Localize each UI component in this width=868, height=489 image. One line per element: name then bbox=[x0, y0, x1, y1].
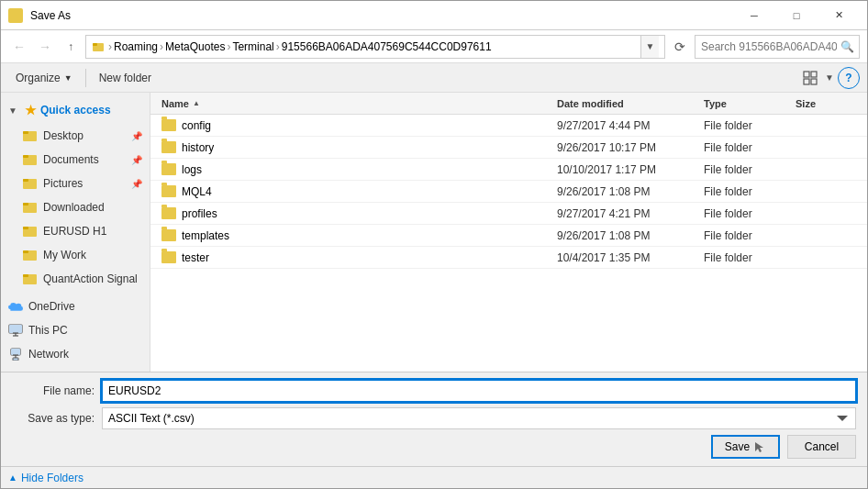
sidebar-item-downloaded[interactable]: Downloaded bbox=[1, 195, 150, 219]
table-row[interactable]: tester 10/4/2017 1:35 PM File folder bbox=[150, 247, 867, 269]
sidebar-item-quantaction[interactable]: QuantAction Signal bbox=[1, 267, 150, 291]
view-icon bbox=[803, 71, 818, 85]
minimize-button[interactable]: ─ bbox=[733, 1, 775, 30]
svg-marker-30 bbox=[755, 442, 763, 452]
pictures-pin-icon: 📌 bbox=[131, 179, 142, 189]
quantaction-label: QuantAction Signal bbox=[43, 272, 142, 285]
sidebar-item-desktop[interactable]: Desktop 📌 bbox=[1, 124, 150, 148]
sidebar-item-documents[interactable]: Documents 📌 bbox=[1, 148, 150, 172]
svg-rect-3 bbox=[811, 72, 817, 77]
pictures-label: Pictures bbox=[43, 177, 126, 190]
search-wrapper: 🔍 bbox=[695, 35, 860, 59]
save-button[interactable]: Save bbox=[711, 435, 780, 459]
forward-button[interactable]: → bbox=[34, 36, 56, 58]
hide-folders-bar[interactable]: ▲ Hide Folders bbox=[1, 466, 867, 488]
file-name-cell: logs bbox=[158, 163, 557, 176]
col-name-header[interactable]: Name ▲ bbox=[158, 98, 557, 109]
network-icon bbox=[8, 348, 23, 361]
save-as-dialog: Save As ─ □ ✕ ← → ↑ › Roaming › MetaQuot… bbox=[0, 0, 868, 489]
refresh-button[interactable]: ⟳ bbox=[669, 36, 691, 58]
desktop-pin-icon: 📌 bbox=[131, 131, 142, 141]
quick-access-header[interactable]: ▼ ★ Quick access bbox=[1, 96, 150, 124]
back-button[interactable]: ← bbox=[8, 36, 30, 58]
toolbar-separator bbox=[85, 69, 86, 87]
view-dropdown-arrow[interactable]: ▼ bbox=[825, 72, 834, 83]
file-type-cell: File folder bbox=[704, 207, 796, 220]
organize-button[interactable]: Organize ▼ bbox=[8, 67, 80, 89]
search-input[interactable] bbox=[695, 35, 860, 59]
file-date-cell: 9/26/2017 1:08 PM bbox=[557, 185, 704, 198]
file-name-cell: profiles bbox=[158, 207, 557, 220]
svg-rect-15 bbox=[23, 227, 28, 229]
filename-input[interactable] bbox=[102, 380, 856, 402]
view-button[interactable] bbox=[799, 67, 821, 89]
organize-label: Organize bbox=[16, 72, 61, 84]
desktop-folder-icon bbox=[23, 129, 38, 142]
col-type-header[interactable]: Type bbox=[704, 98, 796, 109]
file-name: MQL4 bbox=[182, 185, 212, 198]
table-row[interactable]: profiles 9/27/2017 4:21 PM File folder bbox=[150, 203, 867, 225]
path-metaquotes: MetaQuotes bbox=[165, 40, 225, 53]
help-button[interactable]: ? bbox=[838, 67, 860, 89]
new-folder-button[interactable]: New folder bbox=[92, 67, 159, 89]
mywork-folder-icon bbox=[23, 249, 38, 261]
file-name: templates bbox=[182, 229, 229, 242]
title-bar-left: Save As bbox=[8, 8, 71, 23]
col-size-header[interactable]: Size bbox=[796, 98, 860, 109]
folder-thumbnail bbox=[161, 141, 176, 153]
svg-rect-19 bbox=[23, 274, 28, 277]
window-icon bbox=[8, 8, 23, 23]
table-row[interactable]: config 9/27/2017 4:44 PM File folder bbox=[150, 115, 867, 137]
address-path[interactable]: › Roaming › MetaQuotes › Terminal › 9155… bbox=[85, 35, 665, 59]
file-name-cell: templates bbox=[158, 229, 557, 242]
path-content: › Roaming › MetaQuotes › Terminal › 9155… bbox=[92, 40, 492, 53]
documents-pin-icon: 📌 bbox=[131, 155, 142, 165]
cancel-button[interactable]: Cancel bbox=[787, 435, 856, 459]
address-bar: ← → ↑ › Roaming › MetaQuotes › Terminal … bbox=[1, 30, 867, 63]
table-row[interactable]: templates 9/26/2017 1:08 PM File folder bbox=[150, 225, 867, 247]
desktop-label: Desktop bbox=[43, 129, 126, 142]
maximize-button[interactable]: □ bbox=[775, 1, 818, 30]
sidebar-item-pictures[interactable]: Pictures 📌 bbox=[1, 172, 150, 195]
folder-thumbnail bbox=[161, 119, 176, 131]
sidebar-item-thispc[interactable]: This PC bbox=[1, 318, 150, 342]
sidebar-item-mywork[interactable]: My Work bbox=[1, 243, 150, 267]
file-name-cell: history bbox=[158, 141, 557, 154]
svg-rect-26 bbox=[11, 349, 20, 355]
close-button[interactable]: ✕ bbox=[818, 1, 860, 30]
svg-rect-9 bbox=[23, 155, 28, 158]
filetype-select[interactable]: ASCII Text (*.csv) bbox=[102, 407, 856, 429]
path-dropdown-button[interactable]: ▼ bbox=[640, 35, 659, 59]
bottom-bar: File name: Save as type: ASCII Text (*.c… bbox=[1, 372, 867, 466]
file-type-cell: File folder bbox=[704, 119, 796, 132]
sidebar-item-onedrive[interactable]: OneDrive bbox=[1, 295, 150, 318]
new-folder-label: New folder bbox=[99, 72, 151, 84]
sidebar-item-network[interactable]: Network bbox=[1, 342, 150, 366]
organize-arrow: ▼ bbox=[64, 73, 72, 83]
file-name-cell: MQL4 bbox=[158, 185, 557, 198]
hide-folders-chevron: ▲ bbox=[8, 472, 17, 483]
file-name: logs bbox=[182, 163, 202, 176]
bottom-actions-row: Save Cancel bbox=[12, 435, 856, 459]
file-name: tester bbox=[182, 251, 209, 264]
svg-rect-2 bbox=[804, 72, 809, 77]
quantaction-folder-icon bbox=[23, 272, 38, 285]
up-button[interactable]: ↑ bbox=[60, 36, 82, 58]
col-date-header[interactable]: Date modified bbox=[557, 98, 704, 109]
cursor-icon bbox=[753, 440, 766, 453]
downloaded-label: Downloaded bbox=[43, 201, 142, 214]
table-row[interactable]: history 9/26/2017 10:17 PM File folder bbox=[150, 137, 867, 159]
table-row[interactable]: logs 10/10/2017 1:17 PM File folder bbox=[150, 159, 867, 181]
file-type-cell: File folder bbox=[704, 229, 796, 242]
hide-folders-label: Hide Folders bbox=[21, 472, 83, 484]
table-row[interactable]: MQL4 9/26/2017 1:08 PM File folder bbox=[150, 181, 867, 203]
eurusd-folder-icon bbox=[23, 225, 38, 238]
file-date-cell: 10/4/2017 1:35 PM bbox=[557, 251, 704, 264]
file-name: history bbox=[182, 141, 214, 154]
save-label: Save bbox=[725, 440, 750, 453]
svg-rect-4 bbox=[804, 79, 809, 84]
sort-arrow: ▲ bbox=[193, 99, 200, 107]
sidebar-item-eurusd[interactable]: EURUSD H1 bbox=[1, 219, 150, 243]
file-name: config bbox=[182, 119, 211, 132]
pictures-folder-icon bbox=[23, 177, 38, 190]
